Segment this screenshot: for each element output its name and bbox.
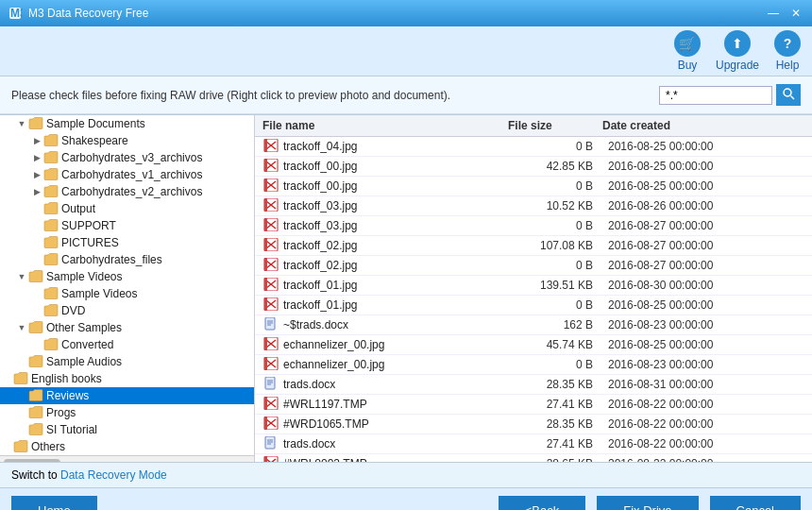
tree-expander[interactable]: ▼ [15, 321, 28, 334]
col-datecreated: Date created [595, 119, 797, 132]
tree-item-sample-vids-sub[interactable]: Sample Videos [0, 285, 254, 302]
file-size: 0 B [506, 140, 601, 153]
tree-expander-empty [0, 372, 13, 385]
file-icon [262, 357, 279, 372]
table-row[interactable]: echannelizer_00.jpg 0 B 2016-08-23 00:00… [255, 355, 812, 375]
buy-button[interactable]: 🛒 Buy [674, 30, 701, 72]
file-size: 45.74 KB [506, 338, 601, 351]
svg-rect-11 [264, 159, 267, 172]
file-date: 2016-08-22 00:00:00 [601, 417, 812, 431]
file-date: 2016-08-23 00:00:00 [601, 318, 812, 332]
tree-item-reviews[interactable]: Reviews [0, 387, 254, 404]
tree-label: English books [31, 372, 102, 385]
file-name: #WRD1065.TMP [279, 417, 506, 431]
tree-item-english-books[interactable]: English books [0, 370, 254, 387]
svg-rect-40 [265, 317, 275, 330]
error-file-icon [263, 456, 279, 462]
file-name: trads.docx [279, 378, 506, 391]
file-icon [262, 337, 279, 352]
tree-item-sample-docs[interactable]: ▼ Sample Documents [0, 115, 254, 132]
table-row[interactable]: #WRL1197.TMP 27.41 KB 2016-08-22 00:00:0… [255, 395, 812, 415]
file-date: 2016-08-25 00:00:00 [601, 338, 812, 351]
tree-label: Carbohydrates_v2_archivos [61, 185, 202, 198]
close-button[interactable]: ✕ [787, 5, 804, 22]
table-row[interactable]: trads.docx 27.41 KB 2016-08-22 00:00:00 [255, 434, 812, 454]
cancel-button[interactable]: Cancel [710, 496, 801, 510]
folder-icon [28, 355, 43, 368]
tree-expander[interactable]: ▶ [30, 185, 43, 198]
upgrade-button[interactable]: ⬆ Upgrade [716, 30, 759, 72]
file-date: 2016-08-27 00:00:00 [601, 239, 812, 252]
minimize-button[interactable]: — [765, 5, 782, 22]
table-row[interactable]: trackoff_03.jpg 10.52 KB 2016-08-26 00:0… [255, 196, 812, 216]
svg-rect-64 [265, 436, 275, 449]
table-row[interactable]: #WRL0003.TMP 28.65 KB 2016-08-22 00:00:0… [255, 454, 812, 462]
table-row[interactable]: trackoff_03.jpg 0 B 2016-08-27 00:00:00 [255, 216, 812, 236]
tree-item-si-tutorial[interactable]: SI Tutorial [0, 421, 254, 438]
table-row[interactable]: trackoff_00.jpg 0 B 2016-08-25 00:00:00 [255, 177, 812, 196]
folder-icon [43, 185, 59, 198]
error-file-icon [263, 139, 279, 154]
help-icon: ? [774, 30, 801, 57]
tree-label: Sample Videos [46, 270, 123, 283]
search-button[interactable] [776, 84, 801, 106]
tree-expander[interactable]: ▼ [15, 270, 28, 283]
tree-expander[interactable]: ▼ [15, 117, 28, 130]
tree-item-sample-audios[interactable]: Sample Audios [0, 353, 254, 370]
doc-file-icon [264, 436, 278, 451]
file-size: 0 B [506, 219, 601, 232]
help-button[interactable]: ? Help [774, 30, 801, 72]
svg-rect-51 [264, 357, 267, 370]
svg-line-3 [791, 96, 795, 100]
tree-panel[interactable]: ▼ Sample Documents▶ Shakespeare▶ Carbohy… [0, 115, 255, 462]
table-row[interactable]: echannelizer_00.jpg 45.74 KB 2016-08-25 … [255, 335, 812, 355]
main-content: ▼ Sample Documents▶ Shakespeare▶ Carbohy… [0, 114, 812, 462]
table-row[interactable]: trads.docx 28.35 KB 2016-08-31 00:00:00 [255, 375, 812, 395]
table-row[interactable]: trackoff_00.jpg 42.85 KB 2016-08-25 00:0… [255, 157, 812, 177]
table-row[interactable]: trackoff_01.jpg 139.51 KB 2016-08-30 00:… [255, 276, 812, 296]
error-file-icon [263, 218, 279, 233]
tree-item-shakespeare[interactable]: ▶ Shakespeare [0, 132, 254, 149]
file-icon [262, 377, 279, 392]
tree-item-output[interactable]: Output [0, 200, 254, 217]
file-icon [262, 317, 279, 332]
error-file-icon [263, 178, 279, 194]
table-row[interactable]: trackoff_01.jpg 0 B 2016-08-25 00:00:00 [255, 296, 812, 315]
error-file-icon [263, 416, 279, 432]
back-button[interactable]: <Back [499, 496, 586, 510]
home-button[interactable]: Home [11, 496, 97, 510]
svg-point-2 [784, 89, 791, 96]
tree-item-dvd[interactable]: DVD [0, 302, 254, 319]
file-list[interactable]: trackoff_04.jpg 0 B 2016-08-25 00:00:00 … [255, 137, 812, 462]
tree-item-others[interactable]: Others [0, 438, 254, 455]
data-recovery-mode-link[interactable]: Data Recovery Mode [60, 468, 167, 482]
tree-item-carbo-files[interactable]: Carbohydrates_files [0, 251, 254, 268]
tree-item-carbo-v2[interactable]: ▶ Carbohydrates_v2_archivos [0, 183, 254, 200]
tree-expander[interactable]: ▶ [30, 168, 43, 181]
svg-rect-52 [265, 377, 275, 389]
table-row[interactable]: #WRD1065.TMP 28.35 KB 2016-08-22 00:00:0… [255, 415, 812, 434]
col-filesize: File size [500, 119, 595, 132]
tree-item-carbo-v1[interactable]: ▶ Carbohydrates_v1_archivos [0, 166, 254, 183]
tree-item-pictures[interactable]: PICTURES [0, 234, 254, 251]
file-size: 27.41 KB [506, 437, 601, 450]
file-size: 28.65 KB [506, 457, 601, 462]
tree-scrollbar[interactable] [0, 455, 254, 462]
table-row[interactable]: trackoff_02.jpg 0 B 2016-08-27 00:00:00 [255, 256, 812, 276]
tree-item-support[interactable]: SUPPORT [0, 217, 254, 234]
tree-expander[interactable]: ▶ [30, 134, 43, 147]
tree-item-sample-vids[interactable]: ▼ Sample Videos [0, 268, 254, 285]
file-size: 107.08 KB [506, 239, 601, 252]
table-row[interactable]: trackoff_02.jpg 107.08 KB 2016-08-27 00:… [255, 236, 812, 256]
tree-item-converted[interactable]: Converted [0, 336, 254, 353]
tree-item-progs[interactable]: Progs [0, 404, 254, 421]
fix-drive-button[interactable]: Fix Drive [597, 496, 698, 510]
tree-label: Others [31, 440, 65, 453]
table-row[interactable]: ~$trads.docx 162 B 2016-08-23 00:00:00 [255, 315, 812, 335]
tree-item-other-samples[interactable]: ▼ Other Samples [0, 319, 254, 336]
tree-label: Progs [46, 406, 76, 419]
table-row[interactable]: trackoff_04.jpg 0 B 2016-08-25 00:00:00 [255, 137, 812, 157]
tree-item-carbo-v3[interactable]: ▶ Carbohydrates_v3_archivos [0, 149, 254, 166]
search-input[interactable] [659, 86, 772, 105]
tree-expander[interactable]: ▶ [30, 151, 43, 164]
